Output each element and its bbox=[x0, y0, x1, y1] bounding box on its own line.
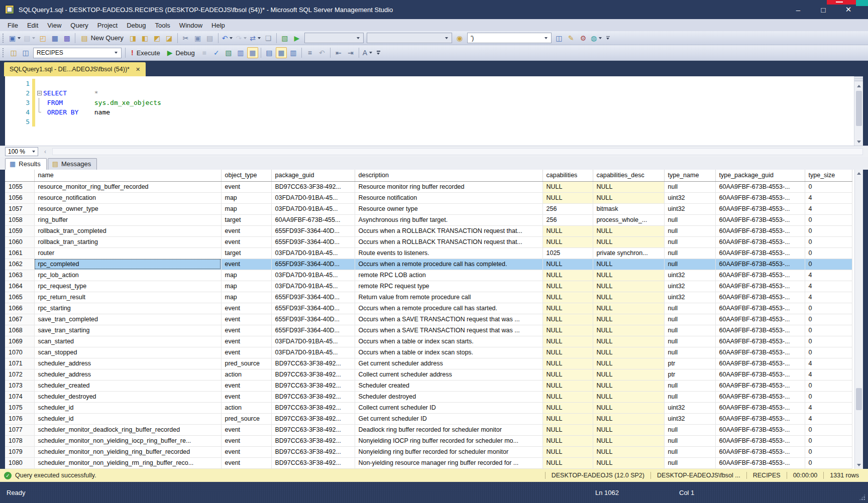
cell-capabilities[interactable]: NULL bbox=[542, 259, 593, 270]
cell-name[interactable]: rpc_lob_action bbox=[34, 270, 221, 281]
column-header-package_guid[interactable]: package_guid bbox=[271, 170, 355, 181]
grid-scroll-up-icon[interactable] bbox=[855, 170, 863, 177]
cell-object_type[interactable]: event bbox=[221, 325, 271, 336]
cell-package_guid[interactable]: 03FDA7D0-91BA-45... bbox=[271, 247, 355, 259]
cell-description[interactable]: Occurs when a remote procedure call has … bbox=[355, 259, 542, 270]
cell-type_package_guid[interactable]: 60AA9FBF-673B-4553-... bbox=[715, 314, 805, 325]
row-header[interactable]: 1066 bbox=[5, 303, 34, 314]
toolbar-overflow-button[interactable] bbox=[604, 33, 611, 44]
cell-capabilities[interactable]: NULL bbox=[542, 192, 593, 203]
find-combo[interactable]: ') bbox=[467, 33, 552, 43]
cell-name[interactable]: rpc_request_type bbox=[34, 281, 221, 292]
cell-capabilities_desc[interactable]: NULL bbox=[593, 413, 664, 424]
cell-type_package_guid[interactable]: 60AA9FBF-673B-4553-... bbox=[715, 247, 805, 259]
cell-capabilities[interactable]: NULL bbox=[542, 336, 593, 347]
table-row[interactable]: 1056resource_notificationmap03FDA7D0-91B… bbox=[5, 192, 852, 203]
change-connection-icon[interactable]: ◫ bbox=[20, 47, 31, 58]
table-row[interactable]: 1074scheduler_destroyedeventBD97CC63-3F3… bbox=[5, 391, 852, 402]
table-row[interactable]: 1067save_tran_completedevent655FD93F-336… bbox=[5, 314, 852, 325]
xmla-query-icon[interactable]: ◪ bbox=[164, 33, 175, 44]
cell-object_type[interactable]: map bbox=[221, 203, 271, 214]
cell-type_name[interactable]: null bbox=[664, 380, 715, 391]
cell-type_name[interactable]: uint32 bbox=[664, 402, 715, 413]
cell-capabilities_desc[interactable]: NULL bbox=[593, 270, 664, 281]
cell-type_package_guid[interactable]: 60AA9FBF-673B-4553-... bbox=[715, 424, 805, 435]
table-row[interactable]: 1072scheduler_addressactionBD97CC63-3F38… bbox=[5, 369, 852, 380]
cell-object_type[interactable]: event bbox=[221, 303, 271, 314]
cell-object_type[interactable]: map bbox=[221, 192, 271, 203]
hscroll-left-icon[interactable]: ‹ bbox=[41, 148, 49, 156]
cell-capabilities_desc[interactable]: NULL bbox=[593, 358, 664, 369]
cell-type_name[interactable]: null bbox=[664, 225, 715, 236]
navigate-backward-icon[interactable]: ⇄ bbox=[249, 33, 262, 44]
increase-indent-icon[interactable]: ⇥ bbox=[345, 47, 356, 58]
cell-type_name[interactable]: null bbox=[664, 457, 715, 468]
cell-object_type[interactable]: event bbox=[221, 347, 271, 358]
cell-description[interactable]: Collect current scheduler address bbox=[355, 369, 542, 380]
cell-name[interactable]: scan_started bbox=[34, 336, 221, 347]
parse-icon[interactable]: ✓ bbox=[211, 47, 222, 58]
cut-icon[interactable]: ✂ bbox=[180, 33, 191, 44]
cell-description[interactable]: Occurs when a SAVE TRANSACTION request t… bbox=[355, 314, 542, 325]
tab-results[interactable]: ▦Results bbox=[5, 158, 47, 170]
cell-type_size[interactable]: 0 bbox=[805, 380, 852, 391]
cell-description[interactable]: Resource monitor ring buffer recorded bbox=[355, 181, 542, 192]
cell-name[interactable]: resource_notification bbox=[34, 192, 221, 203]
cell-capabilities[interactable]: 256 bbox=[542, 203, 593, 214]
cell-capabilities[interactable]: 1025 bbox=[542, 247, 593, 259]
cell-name[interactable]: scheduler_address bbox=[34, 358, 221, 369]
cell-capabilities[interactable]: NULL bbox=[542, 424, 593, 435]
row-header[interactable]: 1072 bbox=[5, 369, 34, 380]
row-header[interactable]: 1070 bbox=[5, 347, 34, 358]
execute-button[interactable]: !Execute bbox=[128, 47, 164, 58]
table-row[interactable]: 1076scheduler_idpred_sourceBD97CC63-3F38… bbox=[5, 413, 852, 424]
cell-capabilities[interactable]: NULL bbox=[542, 435, 593, 446]
cell-package_guid[interactable]: 03FDA7D0-91BA-45... bbox=[271, 192, 355, 203]
cell-type_package_guid[interactable]: 60AA9FBF-673B-4553-... bbox=[715, 281, 805, 292]
cell-type_name[interactable]: null bbox=[664, 325, 715, 336]
cell-capabilities_desc[interactable]: NULL bbox=[593, 259, 664, 270]
cell-package_guid[interactable]: 655FD93F-3364-40D... bbox=[271, 292, 355, 303]
row-header[interactable]: 1075 bbox=[5, 402, 34, 413]
row-header[interactable]: 1078 bbox=[5, 435, 34, 446]
cell-capabilities_desc[interactable]: NULL bbox=[593, 192, 664, 203]
redo-icon[interactable]: ↷ bbox=[235, 33, 248, 44]
cell-object_type[interactable]: event bbox=[221, 446, 271, 457]
cell-package_guid[interactable]: 03FDA7D0-91BA-45... bbox=[271, 270, 355, 281]
cell-type_name[interactable]: null bbox=[664, 259, 715, 270]
collapse-minus-icon[interactable] bbox=[37, 91, 42, 95]
cell-capabilities_desc[interactable]: NULL bbox=[593, 336, 664, 347]
database-engine-query-icon[interactable]: ◨ bbox=[128, 33, 139, 44]
cell-type_package_guid[interactable]: 60AA9FBF-673B-4553-... bbox=[715, 391, 805, 402]
toolbar-grip[interactable] bbox=[3, 48, 5, 57]
toolbar-dropdown-1[interactable] bbox=[304, 33, 364, 43]
cell-description[interactable]: remote RPC request type bbox=[355, 281, 542, 292]
cell-name[interactable]: scheduler_monitor_deadlock_ring_buffer_r… bbox=[34, 424, 221, 435]
cell-object_type[interactable]: pred_source bbox=[221, 358, 271, 369]
cell-type_name[interactable]: uint32 bbox=[664, 192, 715, 203]
cell-name[interactable]: scheduler_address bbox=[34, 369, 221, 380]
new-window-icon[interactable]: ▣ bbox=[8, 33, 22, 44]
cell-type_size[interactable]: 0 bbox=[805, 181, 852, 192]
connect-icon[interactable]: ◫ bbox=[8, 47, 19, 58]
cell-type_package_guid[interactable]: 60AA9FBF-673B-4553-... bbox=[715, 325, 805, 336]
cell-capabilities_desc[interactable]: bitmask bbox=[593, 203, 664, 214]
cell-name[interactable]: scheduler_id bbox=[34, 413, 221, 424]
cell-capabilities_desc[interactable]: NULL bbox=[593, 347, 664, 358]
tab-close-icon[interactable]: ✕ bbox=[136, 66, 140, 73]
cell-type_package_guid[interactable]: 60AA9FBF-673B-4553-... bbox=[715, 402, 805, 413]
cell-type_package_guid[interactable]: 60AA9FBF-673B-4553-... bbox=[715, 457, 805, 468]
cell-capabilities[interactable]: NULL bbox=[542, 236, 593, 247]
cell-object_type[interactable]: map bbox=[221, 292, 271, 303]
cell-capabilities_desc[interactable]: NULL bbox=[593, 292, 664, 303]
find-in-files-icon[interactable]: ◫ bbox=[554, 33, 565, 44]
table-row[interactable]: 1058ring_buffertarget60AA9FBF-673B-455..… bbox=[5, 214, 852, 225]
cell-capabilities[interactable]: 256 bbox=[542, 214, 593, 225]
table-row[interactable]: 1060rollback_tran_startingevent655FD93F-… bbox=[5, 236, 852, 247]
cell-description[interactable]: Non-yielding resource manager ring buffe… bbox=[355, 457, 542, 468]
results-to-file-icon[interactable]: ▥ bbox=[288, 47, 299, 58]
cell-name[interactable]: scheduler_monitor_non_yielding_ring_buff… bbox=[34, 446, 221, 457]
cell-capabilities_desc[interactable]: NULL bbox=[593, 314, 664, 325]
cell-type_name[interactable]: null bbox=[664, 391, 715, 402]
cell-type_name[interactable]: null bbox=[664, 236, 715, 247]
